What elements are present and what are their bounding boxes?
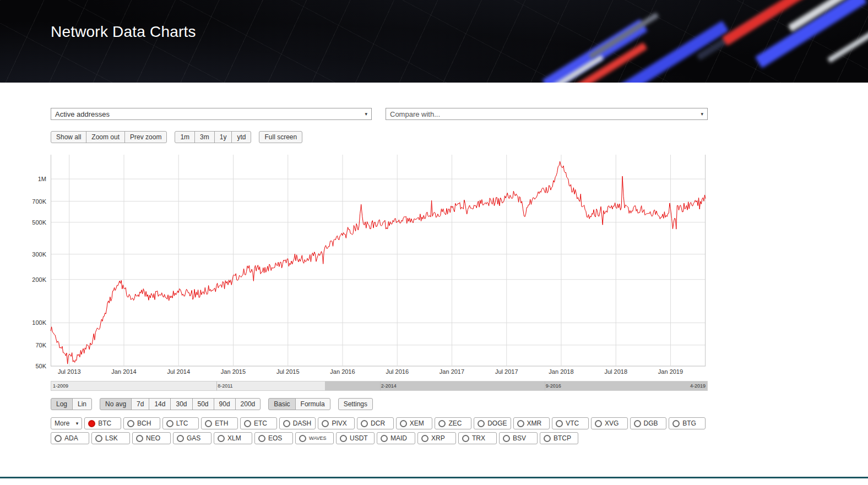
coin-label: ETC bbox=[254, 419, 267, 427]
no-avg-button[interactable]: No avg bbox=[100, 398, 132, 410]
coin-radio-bsv[interactable] bbox=[503, 435, 510, 442]
coin-option-eth[interactable]: ETH bbox=[201, 417, 238, 429]
coin-radio-ltc[interactable] bbox=[166, 420, 173, 427]
coin-label: DGB bbox=[644, 419, 658, 427]
select-row: Active addresses ▾ Compare with... ▾ bbox=[51, 108, 708, 120]
3m-button[interactable]: 3m bbox=[194, 131, 215, 143]
coin-radio-maid[interactable] bbox=[381, 435, 388, 442]
7d-button[interactable]: 7d bbox=[131, 398, 149, 410]
coin-option-zec[interactable]: ZEC bbox=[435, 417, 471, 429]
coin-radio-btcp[interactable] bbox=[544, 435, 551, 442]
coin-radio-btc[interactable] bbox=[88, 420, 95, 427]
navigator-label: 4-2019 bbox=[690, 383, 706, 389]
coin-option-dgb[interactable]: DGB bbox=[630, 417, 667, 429]
coin-option-trx[interactable]: TRX bbox=[458, 432, 497, 444]
navigator-label: 1-2009 bbox=[53, 383, 68, 389]
compare-select-placeholder: Compare with... bbox=[390, 110, 440, 118]
coin-label: XLM bbox=[227, 434, 241, 442]
coin-option-ada[interactable]: ADA bbox=[51, 432, 89, 444]
coin-option-xlm[interactable]: XLM bbox=[214, 432, 252, 444]
ytd-button[interactable]: ytd bbox=[231, 131, 251, 143]
coin-option-bch[interactable]: BCH bbox=[123, 417, 160, 429]
coin-radio-xvg[interactable] bbox=[595, 420, 602, 427]
navigator-label: 9-2016 bbox=[546, 383, 561, 389]
50d-button[interactable]: 50d bbox=[192, 398, 214, 410]
chart-navigator[interactable]: 1-20098-20112-20149-20164-2019 bbox=[51, 381, 708, 391]
full-screen-button[interactable]: Full screen bbox=[259, 131, 302, 143]
prev-zoom-button[interactable]: Prev zoom bbox=[124, 131, 167, 143]
metric-select[interactable]: Active addresses ▾ bbox=[51, 108, 372, 120]
coin-option-usdt[interactable]: USDT bbox=[336, 432, 375, 444]
formula-button[interactable]: Formula bbox=[295, 398, 330, 410]
coin-option-bsv[interactable]: BSV bbox=[499, 432, 538, 444]
page: Network Data Charts Active addresses ▾ C… bbox=[0, 0, 868, 485]
coin-radio-dcr[interactable] bbox=[361, 420, 368, 427]
coin-option-eos[interactable]: EOS bbox=[254, 432, 293, 444]
zoom-out-button[interactable]: Zoom out bbox=[86, 131, 125, 143]
coin-option-maid[interactable]: MAID bbox=[377, 432, 415, 444]
navigator-label: 2-2014 bbox=[381, 383, 397, 389]
coin-label: ADA bbox=[64, 434, 78, 442]
coin-option-vtc[interactable]: VTC bbox=[552, 417, 589, 429]
coin-option-xrp[interactable]: XRP bbox=[417, 432, 456, 444]
coin-option-xmr[interactable]: XMR bbox=[513, 417, 550, 429]
coin-radio-eth[interactable] bbox=[205, 420, 212, 427]
compare-select[interactable]: Compare with... ▾ bbox=[386, 108, 708, 120]
coin-radio-vtc[interactable] bbox=[556, 420, 563, 427]
coin-option-btcp[interactable]: BTCP bbox=[540, 432, 578, 444]
14d-button[interactable]: 14d bbox=[149, 398, 171, 410]
coin-radio-xem[interactable] bbox=[400, 420, 407, 427]
coin-radio-neo[interactable] bbox=[136, 435, 143, 442]
coin-radio-usdt[interactable] bbox=[340, 435, 347, 442]
metric-select-value: Active addresses bbox=[55, 110, 110, 118]
coin-option-xvg[interactable]: XVG bbox=[591, 417, 628, 429]
show-all-button[interactable]: Show all bbox=[51, 131, 86, 143]
coin-radio-ada[interactable] bbox=[55, 435, 62, 442]
coin-option-pivx[interactable]: PIVX bbox=[318, 417, 355, 429]
chevron-down-icon: ▾ bbox=[76, 421, 79, 426]
coin-option-dash[interactable]: DASH bbox=[279, 417, 316, 429]
coin-radio-doge[interactable] bbox=[478, 420, 485, 427]
1y-button[interactable]: 1y bbox=[214, 131, 232, 143]
lin-button[interactable]: Lin bbox=[72, 398, 92, 410]
30d-button[interactable]: 30d bbox=[170, 398, 192, 410]
coin-radio-xmr[interactable] bbox=[517, 420, 524, 427]
coin-radio-dash[interactable] bbox=[283, 420, 290, 427]
coin-option-ltc[interactable]: LTC bbox=[162, 417, 199, 429]
more-coins-select[interactable]: More▾ bbox=[51, 417, 82, 429]
coin-option-doge[interactable]: DOGE bbox=[474, 417, 511, 429]
90d-button[interactable]: 90d bbox=[214, 398, 236, 410]
coin-radio-xrp[interactable] bbox=[421, 435, 428, 442]
coin-radio-trx[interactable] bbox=[462, 435, 469, 442]
coin-option-neo[interactable]: NEO bbox=[132, 432, 171, 444]
settings-button[interactable]: Settings bbox=[338, 398, 373, 410]
coin-option-dcr[interactable]: DCR bbox=[357, 417, 394, 429]
y-tick-label: 300K bbox=[32, 251, 46, 258]
200d-button[interactable]: 200d bbox=[235, 398, 261, 410]
1m-button[interactable]: 1m bbox=[175, 131, 195, 143]
active-addresses-chart[interactable]: 50K70K100K200K300K500K700K1MJul 2013Jan … bbox=[51, 155, 706, 376]
coin-radio-lsk[interactable] bbox=[95, 435, 102, 442]
coin-radio-dgb[interactable] bbox=[634, 420, 641, 427]
log-button[interactable]: Log bbox=[51, 398, 73, 410]
coin-radio-xlm[interactable] bbox=[218, 435, 225, 442]
coin-radio-btg[interactable] bbox=[672, 420, 680, 427]
coin-option-gas[interactable]: GAS bbox=[173, 432, 211, 444]
basic-button[interactable]: Basic bbox=[268, 398, 295, 410]
coin-radio-waves[interactable] bbox=[299, 435, 306, 442]
coin-option-btc[interactable]: BTC bbox=[84, 417, 121, 429]
coin-radio-eos[interactable] bbox=[258, 435, 265, 442]
coin-label: PIVX bbox=[332, 419, 346, 427]
coin-label: BSV bbox=[513, 434, 526, 442]
coin-option-waves[interactable]: WAVES bbox=[295, 432, 334, 444]
coin-radio-etc[interactable] bbox=[244, 420, 251, 427]
coin-radio-gas[interactable] bbox=[177, 435, 184, 442]
coin-option-btg[interactable]: BTG bbox=[669, 417, 706, 429]
coin-label: BTC bbox=[98, 419, 111, 427]
coin-radio-pivx[interactable] bbox=[322, 420, 329, 427]
coin-radio-zec[interactable] bbox=[438, 420, 446, 427]
coin-option-lsk[interactable]: LSK bbox=[91, 432, 130, 444]
coin-option-etc[interactable]: ETC bbox=[240, 417, 277, 429]
coin-radio-bch[interactable] bbox=[127, 420, 134, 427]
coin-option-xem[interactable]: XEM bbox=[396, 417, 433, 429]
